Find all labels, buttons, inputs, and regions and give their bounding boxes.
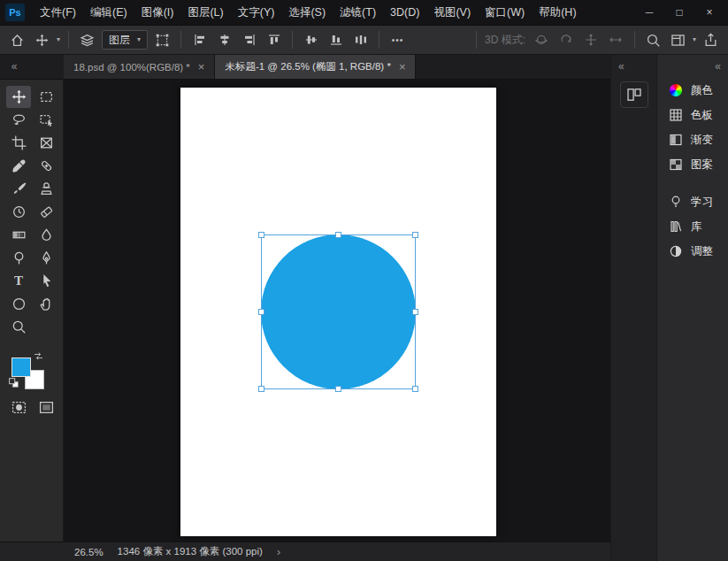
- gradient-square-icon: [668, 133, 683, 148]
- menu-help[interactable]: 帮助(H): [532, 0, 583, 25]
- transform-handle-s[interactable]: [335, 386, 341, 392]
- screen-mode-button[interactable]: [34, 396, 58, 419]
- chevron-down-icon[interactable]: ▾: [57, 36, 60, 43]
- brush-tool[interactable]: [6, 178, 31, 200]
- auto-select-layers-icon[interactable]: [77, 30, 97, 50]
- default-colors-icon[interactable]: [8, 377, 20, 389]
- type-tool[interactable]: T: [6, 270, 31, 292]
- pattern-checker-icon: [668, 158, 683, 173]
- panel-tab-patterns[interactable]: 图案: [657, 152, 728, 177]
- align-left-edges-icon[interactable]: [189, 30, 210, 50]
- hand-tool[interactable]: [34, 293, 58, 315]
- collapse-dock-icon[interactable]: «: [715, 60, 721, 73]
- chevron-down-icon[interactable]: ▾: [693, 36, 696, 43]
- color-icon: [668, 83, 683, 98]
- menu-3d[interactable]: 3D(D): [383, 0, 426, 25]
- transform-handle-se[interactable]: [412, 386, 418, 392]
- rectangular-marquee-tool[interactable]: [34, 86, 58, 108]
- status-chevron-icon[interactable]: ›: [277, 546, 280, 558]
- history-brush-tool[interactable]: [6, 201, 31, 223]
- blur-tool[interactable]: [34, 224, 58, 246]
- panel-tab-learn[interactable]: 学习: [657, 189, 728, 214]
- object-selection-tool[interactable]: [34, 109, 58, 131]
- document-tab-active[interactable]: 未标题-1 @ 26.5% (椭圆 1, RGB/8) * ×: [215, 55, 416, 79]
- 3d-roll-icon[interactable]: [556, 30, 577, 50]
- frame-tool[interactable]: [34, 132, 58, 154]
- align-horizontal-centers-icon[interactable]: [214, 30, 234, 50]
- gradient-icon: [11, 227, 27, 242]
- canvas-area[interactable]: [64, 80, 610, 542]
- 3d-slide-icon[interactable]: [606, 30, 626, 50]
- menu-filter[interactable]: 滤镜(T): [333, 0, 383, 25]
- auto-select-target-dropdown[interactable]: 图层 ▾: [102, 30, 148, 50]
- align-vertical-centers-icon[interactable]: [301, 30, 321, 50]
- menu-bar: 文件(F) 编辑(E) 图像(I) 图层(L) 文字(Y) 选择(S) 滤镜(T…: [33, 0, 584, 25]
- distribute-horizontal-icon[interactable]: [350, 30, 371, 50]
- blur-drop-icon: [39, 227, 54, 242]
- more-align-options-button[interactable]: •••: [387, 30, 408, 50]
- 3d-orbit-icon[interactable]: [532, 30, 552, 50]
- align-right-edges-icon[interactable]: [239, 30, 259, 50]
- document-tab[interactable]: 18.psd @ 100%(RGB/8) * ×: [64, 55, 215, 79]
- collapse-panels-icon[interactable]: «: [618, 60, 625, 73]
- gradient-tool[interactable]: [6, 224, 31, 246]
- path-selection-tool[interactable]: [34, 270, 58, 292]
- swap-colors-icon[interactable]: [33, 350, 45, 363]
- zoom-level-field[interactable]: 26.5%: [74, 547, 103, 557]
- move-tool[interactable]: [6, 86, 31, 108]
- 3d-pan-icon[interactable]: [581, 30, 602, 50]
- panel-label: 调整: [691, 244, 713, 259]
- panel-label: 库: [691, 219, 702, 234]
- zoom-tool[interactable]: [6, 316, 31, 338]
- close-tab-icon[interactable]: ×: [198, 60, 205, 73]
- search-icon[interactable]: [643, 30, 663, 50]
- move-tool-preset-icon[interactable]: [32, 30, 52, 50]
- panel-tab-swatches[interactable]: 色板: [657, 103, 728, 127]
- eraser-tool[interactable]: [34, 201, 58, 223]
- close-tab-icon[interactable]: ×: [399, 60, 406, 73]
- document-canvas[interactable]: [180, 88, 496, 536]
- show-transform-controls-icon[interactable]: [152, 30, 172, 50]
- close-button[interactable]: ×: [694, 0, 724, 25]
- lasso-tool[interactable]: [6, 109, 31, 131]
- eyedropper-tool[interactable]: [6, 155, 31, 177]
- panel-tab-color[interactable]: 颜色: [657, 78, 728, 103]
- transform-handle-nw[interactable]: [258, 232, 264, 238]
- transform-handle-n[interactable]: [335, 232, 341, 238]
- dodge-tool[interactable]: [6, 247, 31, 269]
- transform-handle-e[interactable]: [412, 309, 418, 315]
- menu-select[interactable]: 选择(S): [281, 0, 333, 25]
- workspace-switcher-icon[interactable]: [668, 30, 688, 50]
- foreground-color-swatch[interactable]: [11, 357, 31, 377]
- ellipse-tool[interactable]: [6, 293, 31, 315]
- transform-handle-ne[interactable]: [412, 232, 418, 238]
- transform-handle-w[interactable]: [258, 309, 264, 315]
- menu-window[interactable]: 窗口(W): [478, 0, 532, 25]
- panel-label: 渐变: [691, 133, 713, 148]
- menu-edit[interactable]: 编辑(E): [83, 0, 134, 25]
- home-icon[interactable]: [7, 30, 27, 50]
- pen-tool[interactable]: [34, 247, 58, 269]
- share-icon[interactable]: [701, 30, 721, 50]
- collapse-toolbar-icon[interactable]: «: [7, 55, 21, 79]
- maximize-button[interactable]: □: [664, 0, 694, 25]
- panel-tab-libraries[interactable]: 库: [657, 214, 728, 239]
- align-top-edges-icon[interactable]: [264, 30, 284, 50]
- menu-file[interactable]: 文件(F): [33, 0, 83, 25]
- document-info[interactable]: 1346 像素 x 1913 像素 (300 ppi): [118, 545, 263, 558]
- crop-tool[interactable]: [6, 132, 31, 154]
- menu-type[interactable]: 文字(Y): [231, 0, 282, 25]
- pen-icon: [39, 250, 54, 265]
- panel-tab-adjustments[interactable]: 调整: [657, 239, 728, 264]
- transform-handle-sw[interactable]: [258, 386, 264, 392]
- menu-view[interactable]: 视图(V): [426, 0, 478, 25]
- align-bottom-edges-icon[interactable]: [326, 30, 346, 50]
- clone-stamp-tool[interactable]: [34, 178, 58, 200]
- quick-mask-mode-button[interactable]: [6, 396, 31, 419]
- spot-healing-brush-tool[interactable]: [34, 155, 58, 177]
- minimize-button[interactable]: ─: [634, 0, 664, 25]
- collapsed-panels-button[interactable]: [620, 81, 648, 108]
- menu-image[interactable]: 图像(I): [134, 0, 181, 25]
- panel-tab-gradients[interactable]: 渐变: [657, 127, 728, 152]
- menu-layer[interactable]: 图层(L): [180, 0, 230, 25]
